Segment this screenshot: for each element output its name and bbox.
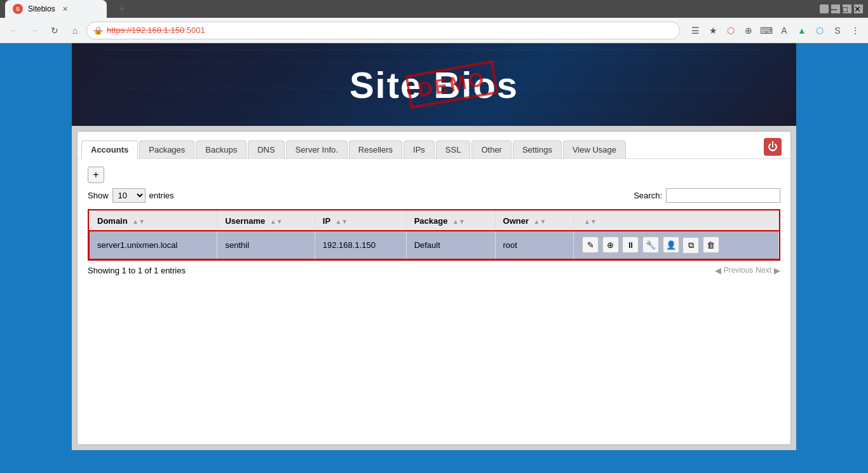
key-button[interactable]: 🔧 xyxy=(642,236,659,253)
table-header-row: Domain ▲▼ Username ▲▼ IP ▲▼ Package ▲▼ O… xyxy=(90,211,779,231)
tab-ips[interactable]: IPs xyxy=(403,141,435,158)
tab-accounts[interactable]: Accounts xyxy=(81,141,138,159)
nav-bar: ← → ↻ ⌂ 🔒 https://192.168.1.150:5001 ☰ ★… xyxy=(0,18,868,43)
browser-tab[interactable]: S Sitebios ✕ xyxy=(5,0,107,18)
logout-button[interactable]: ⏻ xyxy=(759,135,787,158)
next-page-icon: ▶ xyxy=(774,266,780,275)
edit-button[interactable]: ✎ xyxy=(582,236,599,253)
search-input[interactable] xyxy=(666,188,780,203)
previous-page-icon: ◀ xyxy=(715,266,721,275)
extension-4-icon[interactable]: ⬡ xyxy=(812,23,827,38)
back-button[interactable]: ← xyxy=(5,22,23,39)
cell-actions: ✎ ⊕ ⏸ 🔧 👤 ⧉ 🗑 xyxy=(574,231,779,259)
new-tab-button[interactable]: + xyxy=(113,0,131,18)
accounts-table: Domain ▲▼ Username ▲▼ IP ▲▼ Package ▲▼ O… xyxy=(89,210,779,259)
add-account-button[interactable]: + xyxy=(88,167,104,183)
browser-window: S Sitebios ✕ + ─ □ ✕ ← → ↻ ⌂ 🔒 https://1… xyxy=(0,0,868,450)
show-entries-control: Show 10 25 50 100 entries xyxy=(88,188,174,203)
title-bar: S Sitebios ✕ + ─ □ ✕ xyxy=(0,0,868,18)
tab-dns[interactable]: DNS xyxy=(248,141,284,158)
bookmarks-icon[interactable]: ☰ xyxy=(688,23,703,38)
sort-domain-icon: ▲▼ xyxy=(132,218,145,225)
pagination-showing-text: Showing 1 to 1 of 1 entries xyxy=(88,266,186,275)
tab-packages[interactable]: Packages xyxy=(139,141,194,158)
tab-settings[interactable]: Settings xyxy=(513,141,562,158)
sort-owner-icon: ▲▼ xyxy=(534,218,546,225)
window-profile-icon xyxy=(820,4,829,13)
cell-domain: server1.unixmen.local xyxy=(90,231,217,259)
extension-3-icon[interactable]: ▲ xyxy=(794,23,810,38)
search-label: Search: xyxy=(634,191,662,200)
table-controls: Show 10 25 50 100 entries Search: xyxy=(88,188,780,203)
logout-icon: ⏻ xyxy=(764,138,782,156)
table-row: server1.unixmen.local senthil 192.168.1.… xyxy=(90,231,779,259)
sort-actions-icon: ▲▼ xyxy=(584,218,597,225)
extension-1-icon[interactable]: ⬡ xyxy=(723,23,738,38)
extension-5-icon[interactable]: S xyxy=(830,23,845,38)
page-content: Site​ Bios DEMO Accounts Packages Backup… xyxy=(0,43,868,450)
col-domain[interactable]: Domain ▲▼ xyxy=(90,211,217,231)
cell-owner: root xyxy=(495,231,574,259)
add-button[interactable]: ⊕ xyxy=(602,236,619,253)
entries-label: entries xyxy=(149,191,174,200)
content-area: + Show 10 25 50 100 entries xyxy=(78,159,790,283)
show-label: Show xyxy=(88,191,109,200)
address-bar[interactable]: 🔒 https://192.168.1.150:5001 xyxy=(86,22,680,39)
tab-server-info[interactable]: Server Info. xyxy=(286,141,348,158)
tab-other[interactable]: Other xyxy=(471,141,512,158)
url-display: https://192.168.1.150:5001 xyxy=(107,25,205,35)
center-panel: Site​ Bios DEMO Accounts Packages Backup… xyxy=(72,43,796,450)
keyboard-icon[interactable]: ⌨ xyxy=(759,23,774,38)
extension-2-icon[interactable]: ⊕ xyxy=(741,23,756,38)
pagination-controls: ◀ Previous Next ▶ xyxy=(715,266,780,275)
star-icon[interactable]: ★ xyxy=(705,23,721,38)
tab-view-usage[interactable]: View Usage xyxy=(563,141,626,158)
sort-package-icon: ▲▼ xyxy=(452,218,465,225)
tab-close-button[interactable]: ✕ xyxy=(60,4,71,14)
next-page-button[interactable]: Next xyxy=(756,266,771,275)
col-owner[interactable]: Owner ▲▼ xyxy=(495,211,574,231)
copy-button[interactable]: ⧉ xyxy=(682,237,699,254)
search-control: Search: xyxy=(634,188,780,203)
cell-package: Default xyxy=(406,231,495,259)
tab-title: Sitebios xyxy=(28,4,55,13)
sort-ip-icon: ▲▼ xyxy=(335,218,348,225)
cell-ip: 192.168.1.150 xyxy=(315,231,406,259)
tab-backups[interactable]: Backups xyxy=(196,141,247,158)
window-close-btn[interactable]: ✕ xyxy=(854,4,863,13)
tab-favicon: S xyxy=(13,4,23,14)
table-container: Domain ▲▼ Username ▲▼ IP ▲▼ Package ▲▼ O… xyxy=(88,209,780,261)
translate-icon[interactable]: A xyxy=(776,23,792,38)
browser-toolbar-icons: ☰ ★ ⬡ ⊕ ⌨ A ▲ ⬡ S ⋮ xyxy=(688,23,863,38)
col-ip[interactable]: IP ▲▼ xyxy=(315,211,406,231)
security-icon: 🔒 xyxy=(93,26,103,35)
forward-button[interactable]: → xyxy=(25,22,43,39)
window-maximize-btn[interactable]: □ xyxy=(843,4,851,13)
reload-button[interactable]: ↻ xyxy=(46,22,64,39)
tab-ssl[interactable]: SSL xyxy=(436,141,471,158)
col-username[interactable]: Username ▲▼ xyxy=(217,211,315,231)
previous-page-button[interactable]: Previous xyxy=(724,266,754,275)
col-package[interactable]: Package ▲▼ xyxy=(406,211,495,231)
home-button[interactable]: ⌂ xyxy=(66,22,84,39)
main-panel: Accounts Packages Backups DNS Server Inf… xyxy=(77,131,791,445)
cell-username: senthil xyxy=(217,231,315,259)
tab-resellers[interactable]: Resellers xyxy=(349,141,402,158)
window-minimize-btn[interactable]: ─ xyxy=(831,4,840,13)
delete-button[interactable]: 🗑 xyxy=(703,236,719,253)
sort-username-icon: ▲▼ xyxy=(270,218,283,225)
site-header: Site​ Bios DEMO xyxy=(72,43,796,126)
tabs-row: Accounts Packages Backups DNS Server Inf… xyxy=(78,132,790,159)
col-actions[interactable]: ▲▼ xyxy=(574,211,779,231)
pagination-row: Showing 1 to 1 of 1 entries ◀ Previous N… xyxy=(88,266,780,275)
menu-icon[interactable]: ⋮ xyxy=(848,23,863,38)
user-button[interactable]: 👤 xyxy=(663,236,679,253)
pause-button[interactable]: ⏸ xyxy=(622,236,639,253)
entries-select[interactable]: 10 25 50 100 xyxy=(112,188,146,203)
